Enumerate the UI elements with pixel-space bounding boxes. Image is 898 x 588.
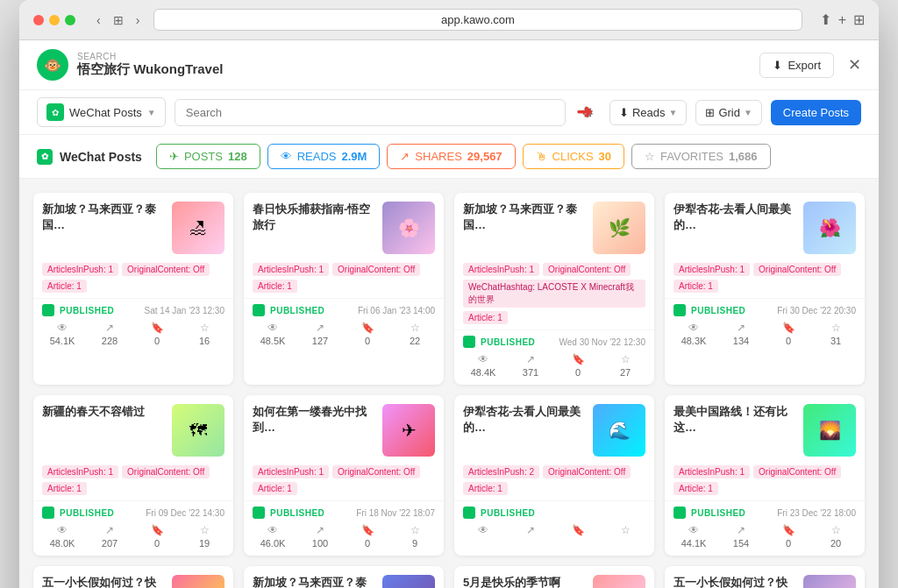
- eye-icon: 👁: [267, 322, 278, 334]
- post-thumbnail: 🏖: [172, 202, 224, 254]
- share-icon: ↗: [737, 524, 745, 536]
- thumb-image: 🌊: [593, 404, 645, 457]
- extensions-button[interactable]: ⊞: [853, 11, 865, 28]
- export-label: Export: [788, 59, 821, 72]
- post-metrics: 👁 48.3K ↗ 134 🔖 0 ☆ 31: [674, 322, 856, 346]
- post-thumbnail: 🌺: [803, 202, 856, 254]
- post-footer: PUBLISHED Sat 14 Jan '23 12:30 👁 54.1K ↗…: [33, 298, 233, 353]
- post-header: 伊犁杏花-去看人间最美的… 🌊: [454, 395, 654, 465]
- post-tags: ArticlesInPush: 1OriginalContent: OffWeC…: [454, 263, 654, 329]
- share-button[interactable]: ⬆: [820, 11, 831, 28]
- metric-favorites: ☆ 27: [605, 353, 645, 378]
- new-tab-button[interactable]: +: [838, 11, 846, 28]
- status-text: PUBLISHED: [60, 508, 114, 518]
- favorites-value: 1,686: [729, 150, 758, 163]
- star-icon: ☆: [621, 524, 631, 536]
- minimize-traffic-light[interactable]: [49, 15, 60, 25]
- post-tag: OriginalContent: Off: [753, 465, 841, 478]
- app-container: 🐵 SEARCH 悟空旅行 WukongTravel ⬇ Export ✕ ✿: [19, 40, 879, 588]
- post-tags: ArticlesInPush: 2OriginalContent: OffArt…: [454, 465, 654, 500]
- traffic-lights: [33, 15, 75, 25]
- post-tag: OriginalContent: Off: [332, 263, 420, 276]
- save-icon: 🔖: [361, 322, 374, 334]
- thumb-image: 🎉: [172, 575, 224, 588]
- shares-value: 100: [312, 538, 328, 549]
- metric-views: 👁 48.4K: [463, 353, 503, 378]
- save-icon: 🔖: [572, 353, 585, 365]
- post-tag: Article: 1: [674, 482, 718, 495]
- post-header: 伊犁杏花-去看人间最美的… 🌺: [665, 193, 865, 263]
- post-card[interactable]: 新加坡？马来西亚？泰国… 🏔 ArticlesInPush: 1: [244, 566, 444, 588]
- post-tag: ArticlesInPush: 1: [253, 263, 329, 276]
- post-title: 新加坡？马来西亚？泰国…: [42, 202, 165, 254]
- status-text: PUBLISHED: [691, 508, 745, 518]
- create-posts-button[interactable]: Create Posts: [771, 100, 861, 125]
- post-status: PUBLISHED Fri 30 Dec '22 20:30: [674, 304, 856, 316]
- views-value: 48.5K: [260, 336, 286, 346]
- metric-shares: ↗ 228: [89, 322, 130, 346]
- post-card[interactable]: 最美中国路线！还有比这… 🌄 ArticlesInPush: 1Original…: [665, 395, 865, 556]
- share-icon: ↗: [526, 353, 535, 365]
- view-button[interactable]: ⊞ Grid ▼: [695, 100, 761, 125]
- post-status: PUBLISHED Fri 09 Dec '22 14:30: [42, 507, 224, 519]
- window-button[interactable]: ⊞: [110, 11, 127, 29]
- post-tag: Article: 1: [42, 482, 87, 495]
- metric-views: 👁 54.1K: [42, 322, 82, 346]
- post-card[interactable]: 新疆的春天不容错过 🗺 ArticlesInPush: 1OriginalCon…: [33, 395, 233, 556]
- post-card[interactable]: 伊犁杏花-去看人间最美的… 🌺 ArticlesInPush: 1Origina…: [665, 193, 865, 385]
- post-metrics: 👁 54.1K ↗ 228 🔖 0 ☆ 16: [42, 322, 224, 346]
- search-input[interactable]: [175, 99, 566, 126]
- post-title: 五一小长假如何过？快来…: [42, 575, 165, 588]
- save-icon: 🔖: [572, 524, 585, 536]
- post-title: 新疆的春天不容错过: [42, 404, 165, 457]
- share-icon: ↗: [316, 322, 324, 334]
- post-footer: PUBLISHED Fri 18 Nov '22 18:07 👁 46.0K ↗…: [244, 500, 444, 556]
- eye-icon: 👁: [267, 524, 278, 536]
- post-card[interactable]: 如何在第一缕春光中找到… ✈ ArticlesInPush: 1Original…: [244, 395, 444, 556]
- close-button[interactable]: ✕: [848, 55, 861, 74]
- post-thumbnail: ✈: [382, 404, 435, 457]
- post-tag: Article: 1: [463, 482, 508, 495]
- favorites-value: 27: [620, 367, 631, 378]
- brand-icon: 🐵: [44, 57, 61, 74]
- post-tag: Article: 1: [674, 280, 718, 293]
- post-footer: PUBLISHED Fri 30 Dec '22 20:30 👁 48.3K ↗…: [665, 298, 865, 353]
- address-bar[interactable]: app.kawo.com: [153, 9, 802, 31]
- post-tags: ArticlesInPush: 1OriginalContent: OffArt…: [244, 465, 444, 500]
- post-card[interactable]: 5月是快乐的季节啊 🎈 ArticlesInPush: 2OriginalCon…: [454, 566, 654, 588]
- platform-selector[interactable]: ✿ WeChat Posts ▼: [37, 97, 166, 127]
- favorites-icon: ☆: [645, 150, 655, 163]
- post-card[interactable]: 春日快乐捕获指南-悟空旅行 🌸 ArticlesInPush: 1Origina…: [244, 193, 444, 385]
- post-metrics: 👁 46.0K ↗ 100 🔖 0 ☆ 9: [253, 524, 435, 549]
- favorites-value: 22: [410, 336, 420, 346]
- eye-icon: 👁: [688, 322, 699, 334]
- post-status: PUBLISHED Fri 23 Dec '22 18:00: [674, 507, 856, 519]
- metric-favorites: ☆: [605, 524, 645, 538]
- post-card[interactable]: 伊犁杏花-去看人间最美的… 🌊 ArticlesInPush: 2Origina…: [454, 395, 654, 556]
- maximize-traffic-light[interactable]: [65, 15, 75, 25]
- post-tag: Article: 1: [253, 482, 297, 495]
- back-button[interactable]: ‹: [93, 11, 104, 29]
- post-card[interactable]: 新加坡？马来西亚？泰国… 🌿 ArticlesInPush: 1Original…: [454, 193, 654, 385]
- metric-favorites: ☆ 22: [395, 322, 435, 346]
- post-card[interactable]: 五一小长假如何过？快来… 🌅 ArticlesInPush: 1: [665, 566, 865, 588]
- sort-button[interactable]: ⬇ Reads ▼: [609, 100, 687, 125]
- status-text: PUBLISHED: [481, 337, 535, 347]
- post-tag: Article: 1: [42, 280, 87, 293]
- post-card[interactable]: 新加坡？马来西亚？泰国… 🏖 ArticlesInPush: 1Original…: [33, 193, 233, 385]
- post-card[interactable]: 五一小长假如何过？快来… 🎉 ArticlesInPush: 1: [33, 566, 233, 588]
- post-footer: PUBLISHED Fri 06 Jan '23 14:00 👁 48.5K ↗…: [244, 298, 444, 353]
- post-status: PUBLISHED Sat 14 Jan '23 12:30: [42, 304, 224, 316]
- status-date: Wed 30 Nov '22 12:30: [559, 337, 645, 347]
- status-date: Fri 09 Dec '22 14:30: [146, 508, 224, 518]
- export-button[interactable]: ⬇ Export: [759, 53, 834, 78]
- metric-favorites: ☆ 9: [395, 524, 435, 549]
- post-title: 最美中国路线！还有比这…: [674, 404, 796, 457]
- forward-button[interactable]: ›: [132, 11, 144, 29]
- status-text: PUBLISHED: [691, 306, 745, 315]
- close-traffic-light[interactable]: [33, 15, 44, 25]
- post-metrics: 👁 ↗ 🔖 ☆: [463, 524, 645, 538]
- eye-icon: 👁: [478, 524, 488, 536]
- eye-icon: 👁: [57, 524, 68, 536]
- post-tags: ArticlesInPush: 1OriginalContent: OffArt…: [33, 263, 233, 298]
